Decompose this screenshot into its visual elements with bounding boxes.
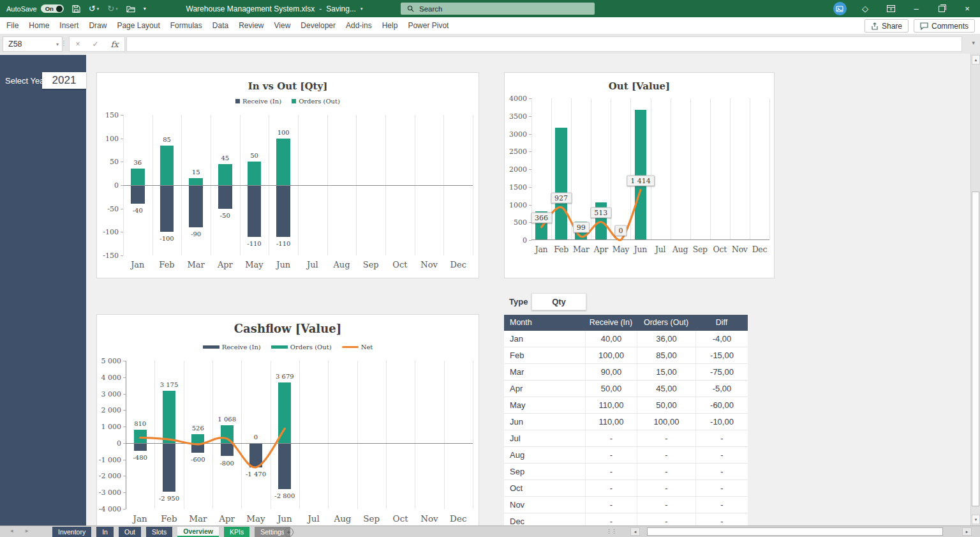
redo-button[interactable]: ↻▾ <box>107 4 117 13</box>
ribbon-tab-data[interactable]: Data <box>212 21 228 30</box>
value-cell[interactable]: - <box>637 513 695 526</box>
value-cell[interactable]: 100,00 <box>637 414 695 430</box>
ribbon-tab-formulas[interactable]: Formulas <box>170 21 202 30</box>
ribbon-tab-power-pivot[interactable]: Power Pivot <box>408 21 449 30</box>
month-cell[interactable]: Feb <box>504 347 585 363</box>
undo-button[interactable]: ↺▾ <box>89 4 99 13</box>
ribbon-tab-draw[interactable]: Draw <box>89 21 107 30</box>
vertical-scrollbar[interactable]: ▴ ▾ <box>970 54 980 526</box>
month-cell[interactable]: Mar <box>504 364 585 380</box>
value-cell[interactable]: - <box>585 430 637 446</box>
value-cell[interactable]: 110,00 <box>585 397 637 413</box>
value-cell[interactable]: - <box>695 430 748 446</box>
formula-input[interactable] <box>126 36 962 52</box>
month-cell[interactable]: Jul <box>504 430 585 446</box>
ribbon-tab-insert[interactable]: Insert <box>59 21 78 30</box>
type-selector[interactable]: Qty <box>531 293 586 310</box>
chevron-down-icon[interactable]: ▾ <box>56 42 59 47</box>
month-cell[interactable]: May <box>504 397 585 413</box>
close-button[interactable]: × <box>954 0 980 17</box>
scroll-down-icon[interactable]: ▾ <box>972 515 980 524</box>
value-cell[interactable]: 90,00 <box>585 364 637 380</box>
value-cell[interactable]: - <box>695 480 748 496</box>
autosave-pill[interactable]: On <box>41 4 64 13</box>
value-cell[interactable]: - <box>637 497 695 513</box>
value-cell[interactable]: - <box>585 464 637 480</box>
month-cell[interactable]: Oct <box>504 480 585 496</box>
month-cell[interactable]: Dec <box>504 513 585 526</box>
value-cell[interactable]: 45,00 <box>637 381 695 397</box>
sheet-tab-kpis[interactable]: KPIs <box>224 527 249 537</box>
month-cell[interactable]: Sep <box>504 464 585 480</box>
value-cell[interactable]: - <box>695 497 748 513</box>
customize-qat-icon[interactable]: ▾ <box>144 6 146 11</box>
horizontal-scroll-thumb[interactable] <box>647 527 943 536</box>
value-cell[interactable]: 85,00 <box>637 347 695 363</box>
ribbon-tab-help[interactable]: Help <box>382 21 398 30</box>
ribbon-tab-file[interactable]: File <box>6 21 19 30</box>
chevron-down-icon[interactable]: ▾ <box>360 6 363 11</box>
search-input[interactable]: Search <box>401 3 595 15</box>
year-input[interactable]: 2021 <box>42 72 86 89</box>
month-cell[interactable]: Jan <box>504 331 585 347</box>
sheet-nav-right-icon[interactable]: ▸ <box>26 527 29 534</box>
month-cell[interactable]: Apr <box>504 381 585 397</box>
value-cell[interactable]: - <box>585 447 637 463</box>
hscroll-left-icon[interactable]: ◂ <box>630 527 640 536</box>
value-cell[interactable]: - <box>695 464 748 480</box>
save-icon[interactable] <box>72 4 80 13</box>
ribbon-tab-home[interactable]: Home <box>29 21 49 30</box>
value-cell[interactable]: - <box>637 447 695 463</box>
month-cell[interactable]: Jun <box>504 414 585 430</box>
ribbon-tab-page-layout[interactable]: Page Layout <box>117 21 160 30</box>
ribbon-tab-review[interactable]: Review <box>239 21 264 30</box>
autosave-toggle[interactable]: AutoSave On <box>6 4 64 13</box>
value-cell[interactable]: - <box>695 447 748 463</box>
value-cell[interactable]: - <box>695 513 748 526</box>
value-cell[interactable]: - <box>637 464 695 480</box>
sheet-tab-overview[interactable]: Overview <box>177 527 219 537</box>
add-sheet-button[interactable]: + <box>284 527 293 537</box>
value-cell[interactable]: 50,00 <box>585 381 637 397</box>
sheet-tab-inventory[interactable]: Inventory <box>52 527 91 537</box>
sheet-nav-left-icon[interactable]: ◂ <box>10 527 13 534</box>
value-cell[interactable]: - <box>637 480 695 496</box>
month-cell[interactable]: Aug <box>504 447 585 463</box>
sheet-tab-slots[interactable]: Slots <box>146 527 172 537</box>
minimize-button[interactable]: – <box>903 0 929 17</box>
value-cell[interactable]: 40,00 <box>585 331 637 347</box>
ribbon-tab-view[interactable]: View <box>274 21 291 30</box>
value-cell[interactable]: - <box>585 480 637 496</box>
value-cell[interactable]: - <box>585 513 637 526</box>
cancel-icon[interactable]: × <box>75 40 80 49</box>
value-cell[interactable]: 110,00 <box>585 414 637 430</box>
value-cell[interactable]: 100,00 <box>585 347 637 363</box>
insert-function-icon[interactable]: fx <box>110 40 118 49</box>
enter-icon[interactable]: ✓ <box>92 40 98 49</box>
comments-button[interactable]: Comments <box>914 19 975 33</box>
sheet-tab-out[interactable]: Out <box>119 527 141 537</box>
ribbon-display-options-icon[interactable] <box>878 0 903 17</box>
ribbon-tab-developer[interactable]: Developer <box>301 21 336 30</box>
value-cell[interactable]: -4,00 <box>695 331 748 347</box>
value-cell[interactable]: -75,00 <box>695 364 748 380</box>
name-box[interactable]: Z58 ▾ <box>3 36 63 52</box>
value-cell[interactable]: -15,00 <box>695 347 748 363</box>
value-cell[interactable]: 50,00 <box>637 397 695 413</box>
restore-button[interactable] <box>929 0 954 17</box>
saving-status[interactable]: Saving... <box>326 4 356 13</box>
user-avatar[interactable] <box>827 0 852 17</box>
sheet-tab-in[interactable]: In <box>96 527 114 537</box>
chevron-down-icon[interactable]: ▾ <box>115 6 118 11</box>
value-cell[interactable]: -60,00 <box>695 397 748 413</box>
open-folder-icon[interactable] <box>126 5 135 13</box>
hscroll-right-icon[interactable]: ▸ <box>962 527 972 536</box>
value-cell[interactable]: - <box>637 430 695 446</box>
expand-formula-bar-icon[interactable]: ▾ <box>972 40 975 46</box>
value-cell[interactable]: 15,00 <box>637 364 695 380</box>
ribbon-tab-add-ins[interactable]: Add-ins <box>346 21 372 30</box>
chevron-down-icon[interactable]: ▾ <box>97 6 100 11</box>
month-cell[interactable]: Nov <box>504 497 585 513</box>
value-cell[interactable]: -5,00 <box>695 381 748 397</box>
value-cell[interactable]: 36,00 <box>637 331 695 347</box>
